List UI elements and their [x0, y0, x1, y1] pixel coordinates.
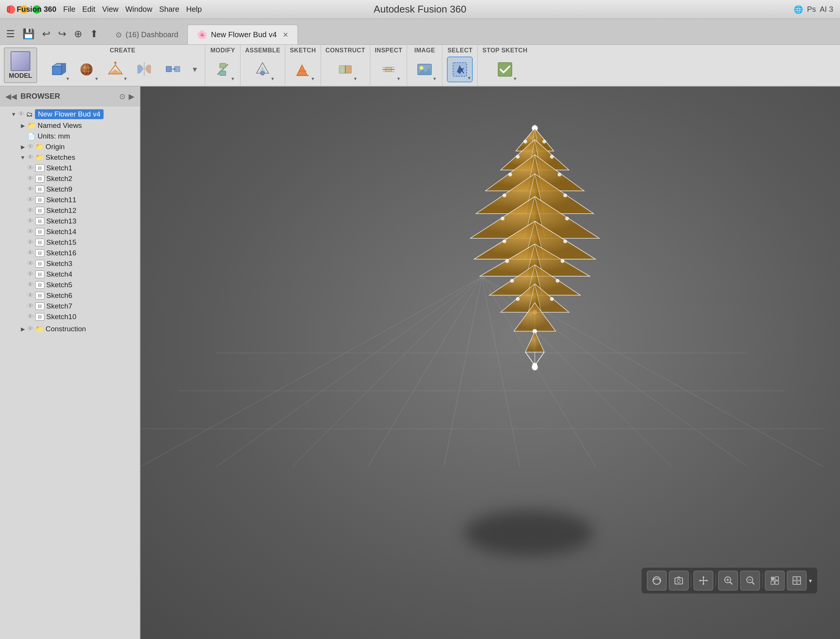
tree-item-root[interactable]: ▼ 👁 🗂 New Flower Bud v4 [0, 106, 140, 120]
tree-item-sketch15[interactable]: 👁 ⊟ Sketch15 [0, 237, 140, 248]
tree-item-sketch3[interactable]: 👁 ⊟ Sketch3 [0, 258, 140, 269]
sketch11-eye-icon[interactable]: 👁 [27, 196, 34, 204]
pan-button[interactable] [694, 571, 713, 590]
browser-collapse-icon[interactable]: ◀◀ [5, 92, 17, 101]
sketch3-eye-icon[interactable]: 👁 [27, 260, 34, 267]
tree-item-sketch4[interactable]: 👁 ⊟ Sketch4 [0, 269, 140, 280]
sketch5-icon: ⊟ [35, 281, 44, 289]
view-controls: ▾ [642, 567, 817, 593]
sketch12-eye-icon[interactable]: 👁 [27, 207, 34, 215]
toolbar-section-select: SELECT ▾ [442, 45, 478, 86]
tree-item-construction[interactable]: ▶ 👁 📁 Construction [0, 324, 140, 334]
zoom-fit-button[interactable] [718, 571, 738, 590]
sketches-eye-icon[interactable]: 👁 [27, 154, 34, 161]
svg-line-98 [526, 352, 535, 366]
assemble-button[interactable]: ▾ [250, 57, 275, 82]
tree-item-sketch1[interactable]: 👁 ⊟ Sketch1 [0, 163, 140, 173]
tab-dashboard[interactable]: ⊙ (16) Dashboard [106, 25, 187, 45]
tree-item-sketch2[interactable]: 👁 ⊟ Sketch2 [0, 173, 140, 184]
sketch15-eye-icon[interactable]: 👁 [27, 239, 34, 246]
svg-rect-117 [771, 577, 774, 580]
sketch14-eye-icon[interactable]: 👁 [27, 228, 34, 236]
create-pattern-button[interactable] [160, 57, 186, 82]
sketch-button[interactable]: ▾ [290, 57, 316, 82]
menu-help[interactable]: Help [186, 5, 202, 14]
network-button[interactable]: ⊕ [72, 27, 84, 41]
sidebar-toggle-button[interactable]: ☰ [4, 27, 17, 41]
inspect-button[interactable]: ▾ [376, 57, 402, 82]
tree-item-sketches[interactable]: ▼ 👁 📁 Sketches [0, 152, 140, 163]
tree-item-origin[interactable]: ▶ 👁 📁 Origin [0, 141, 140, 152]
create-sphere-button[interactable]: ▾ [74, 57, 99, 82]
construct-button[interactable]: ▾ [332, 57, 358, 82]
create-extrude-button[interactable]: ▾ [102, 57, 128, 82]
construction-folder-icon: 📁 [35, 325, 44, 333]
root-eye-icon[interactable]: 👁 [18, 110, 25, 118]
svg-point-82 [505, 259, 509, 263]
sketch4-eye-icon[interactable]: 👁 [27, 270, 34, 278]
grid-dropdown-icon[interactable]: ▾ [809, 577, 812, 584]
camera-button[interactable] [669, 571, 689, 590]
share-toolbar-button[interactable]: ⬆ [87, 27, 100, 41]
sketch5-eye-icon[interactable]: 👁 [27, 281, 34, 289]
redo-button[interactable]: ↪ [56, 27, 69, 41]
create-box-button[interactable]: ▾ [45, 57, 71, 82]
svg-point-83 [561, 259, 565, 263]
menu-file[interactable]: File [64, 5, 76, 14]
root-folder-icon: 🗂 [26, 110, 33, 118]
zoom-in-button[interactable] [740, 571, 760, 590]
tree-item-sketch13[interactable]: 👁 ⊟ Sketch13 [0, 216, 140, 227]
tab-close-button[interactable]: ✕ [283, 31, 288, 39]
sketch14-icon: ⊟ [35, 228, 44, 236]
tree-item-sketch9[interactable]: 👁 ⊟ Sketch9 [0, 184, 140, 195]
sketch6-eye-icon[interactable]: 👁 [27, 292, 34, 299]
tree-item-sketch11[interactable]: 👁 ⊟ Sketch11 [0, 195, 140, 205]
tree-item-sketch6[interactable]: 👁 ⊟ Sketch6 [0, 290, 140, 301]
undo-button[interactable]: ↩ [40, 27, 53, 41]
select-button[interactable]: ▾ [447, 57, 473, 82]
image-button[interactable]: ▾ [412, 57, 437, 82]
create-mirror-button[interactable] [131, 57, 157, 82]
select-label: SELECT [447, 47, 472, 54]
display-settings-button[interactable] [765, 571, 784, 590]
menu-share[interactable]: Share [159, 5, 179, 14]
model-selector[interactable]: MODEL [4, 48, 37, 83]
save-button[interactable]: 💾 [20, 27, 37, 41]
sketch2-eye-icon[interactable]: 👁 [27, 175, 34, 183]
menu-view[interactable]: View [102, 5, 118, 14]
sketch10-eye-icon[interactable]: 👁 [27, 313, 34, 321]
modify-button[interactable]: ▾ [210, 57, 236, 82]
construction-eye-icon[interactable]: 👁 [27, 325, 34, 333]
origin-eye-icon[interactable]: 👁 [27, 143, 34, 151]
menu-fusion360[interactable]: Fusion 360 [17, 5, 56, 14]
sketch7-eye-icon[interactable]: 👁 [27, 302, 34, 310]
menu-window[interactable]: Window [125, 5, 152, 14]
orbit-button[interactable] [647, 571, 667, 590]
tree-item-named-views[interactable]: ▶ 📁 Named Views [0, 120, 140, 131]
tab-flower-bud[interactable]: 🌸 New Flower Bud v4 ✕ [187, 25, 298, 45]
tree-item-sketch14[interactable]: 👁 ⊟ Sketch14 [0, 227, 140, 237]
tree-item-sketch16[interactable]: 👁 ⊟ Sketch16 [0, 248, 140, 258]
create-more-button[interactable]: ▾ [189, 57, 200, 82]
sketch16-eye-icon[interactable]: 👁 [27, 249, 34, 257]
tree-item-sketch10[interactable]: 👁 ⊟ Sketch10 [0, 312, 140, 322]
browser-expand-icon[interactable]: ▶ [129, 92, 134, 101]
origin-folder-icon: 📁 [35, 143, 44, 151]
tree-item-units[interactable]: 📄 Units: mm [0, 131, 140, 141]
sketch9-eye-icon[interactable]: 👁 [27, 186, 34, 193]
menu-edit[interactable]: Edit [83, 5, 95, 14]
svg-rect-15 [220, 64, 226, 68]
sketch13-eye-icon[interactable]: 👁 [27, 218, 34, 225]
browser-settings-icon[interactable]: ⊙ [119, 92, 125, 101]
svg-rect-123 [797, 577, 800, 580]
viewport[interactable]: ▾ [140, 86, 840, 639]
stop-sketch-button[interactable]: ▾ [492, 57, 518, 82]
tree-item-sketch5[interactable]: 👁 ⊟ Sketch5 [0, 280, 140, 290]
tree-item-sketch7[interactable]: 👁 ⊟ Sketch7 [0, 301, 140, 312]
sketch1-eye-icon[interactable]: 👁 [27, 164, 34, 172]
tree-item-sketch12[interactable]: 👁 ⊟ Sketch12 [0, 205, 140, 216]
grid-settings-button[interactable] [787, 571, 807, 590]
toolbar-section-create: CREATE ▾ [40, 45, 205, 86]
browser-header: ◀◀ BROWSER ⊙ ▶ [0, 86, 140, 106]
root-arrow-icon: ▼ [9, 111, 18, 117]
